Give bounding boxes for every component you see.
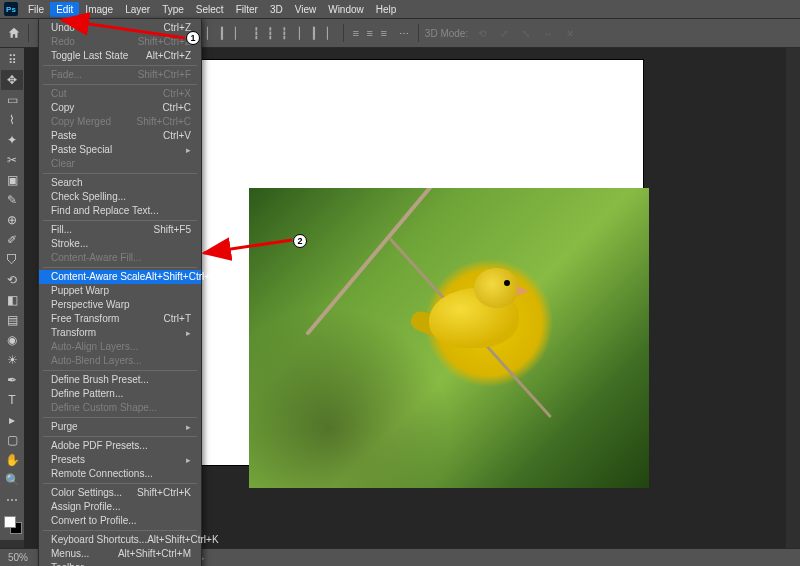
- tool-eyedropper[interactable]: ✎: [1, 190, 23, 210]
- menu-item-auto-blend-layers: Auto-Blend Layers...: [39, 354, 201, 368]
- align-right-group[interactable]: ▏▎▏: [297, 26, 337, 40]
- menu-image[interactable]: Image: [79, 2, 119, 17]
- menu-view[interactable]: View: [289, 2, 323, 17]
- menu-item-paste[interactable]: PasteCtrl+V: [39, 129, 201, 143]
- menu-item-puppet-warp[interactable]: Puppet Warp: [39, 284, 201, 298]
- tool-type[interactable]: T: [1, 390, 23, 410]
- tool-gradient[interactable]: ▤: [1, 310, 23, 330]
- menu-item-purge[interactable]: Purge: [39, 420, 201, 434]
- menu-edit[interactable]: Edit: [50, 2, 79, 17]
- 3d-orbit-icon: ⟲: [474, 25, 490, 41]
- menu-item-presets[interactable]: Presets: [39, 453, 201, 467]
- menu-item-cut: CutCtrl+X: [39, 87, 201, 101]
- tool-move[interactable]: ✥: [1, 70, 23, 90]
- menu-layer[interactable]: Layer: [119, 2, 156, 17]
- menu-item-color-settings[interactable]: Color Settings...Shift+Ctrl+K: [39, 486, 201, 500]
- foreground-swatch[interactable]: [4, 516, 16, 528]
- menu-filter[interactable]: Filter: [230, 2, 264, 17]
- align-left-group[interactable]: ▏▎▏: [205, 26, 245, 40]
- menu-separator: [43, 370, 197, 371]
- menu-item-stroke[interactable]: Stroke...: [39, 237, 201, 251]
- menu-item-define-pattern[interactable]: Define Pattern...: [39, 387, 201, 401]
- menu-item-free-transform[interactable]: Free TransformCtrl+T: [39, 312, 201, 326]
- menu-item-adobe-pdf-presets[interactable]: Adobe PDF Presets...: [39, 439, 201, 453]
- tool-pen[interactable]: ✒: [1, 370, 23, 390]
- 3d-slide-icon: ↔: [540, 25, 556, 41]
- tool-edit-toolbar[interactable]: ⋯: [1, 490, 23, 510]
- separator: [28, 24, 29, 42]
- menu-separator: [43, 483, 197, 484]
- menu-item-paste-special[interactable]: Paste Special: [39, 143, 201, 157]
- distribute-group[interactable]: ≡≡≡: [350, 26, 390, 40]
- menu-item-fade: Fade...Shift+Ctrl+F: [39, 68, 201, 82]
- tool-zoom[interactable]: 🔍: [1, 470, 23, 490]
- menu-item-keyboard-shortcuts[interactable]: Keyboard Shortcuts...Alt+Shift+Ctrl+K: [39, 533, 201, 547]
- menu-window[interactable]: Window: [322, 2, 370, 17]
- tool-marquee[interactable]: ▭: [1, 90, 23, 110]
- menu-item-clear: Clear: [39, 157, 201, 171]
- tool-brush[interactable]: ✐: [1, 230, 23, 250]
- align-center-group[interactable]: ┇┇┇: [251, 26, 291, 40]
- menu-help[interactable]: Help: [370, 2, 403, 17]
- toolbar-grip-icon[interactable]: ⠿: [1, 50, 23, 70]
- menu-separator: [43, 65, 197, 66]
- tool-frame[interactable]: ▣: [1, 170, 23, 190]
- separator: [343, 24, 344, 42]
- tool-path-select[interactable]: ▸: [1, 410, 23, 430]
- menu-item-check-spelling[interactable]: Check Spelling...: [39, 190, 201, 204]
- menu-item-menus[interactable]: Menus...Alt+Shift+Ctrl+M: [39, 547, 201, 561]
- menu-file[interactable]: File: [22, 2, 50, 17]
- tool-dodge[interactable]: ☀: [1, 350, 23, 370]
- menu-item-redo: RedoShift+Ctrl+Z: [39, 35, 201, 49]
- menu-item-undo[interactable]: UndoCtrl+Z: [39, 21, 201, 35]
- annotation-badge-1: 1: [186, 31, 200, 45]
- menu-item-toggle-last-state[interactable]: Toggle Last StateAlt+Ctrl+Z: [39, 49, 201, 63]
- menu-item-define-custom-shape: Define Custom Shape...: [39, 401, 201, 415]
- tool-rectangle[interactable]: ▢: [1, 430, 23, 450]
- menu-item-content-aware-scale[interactable]: Content-Aware ScaleAlt+Shift+Ctrl+C: [39, 270, 201, 284]
- menu-separator: [43, 84, 197, 85]
- menu-item-remote-connections[interactable]: Remote Connections...: [39, 467, 201, 481]
- menu-item-perspective-warp[interactable]: Perspective Warp: [39, 298, 201, 312]
- menu-item-copy-merged: Copy MergedShift+Ctrl+C: [39, 115, 201, 129]
- tool-blur[interactable]: ◉: [1, 330, 23, 350]
- menu-separator: [43, 173, 197, 174]
- toolbar: ⠿ ✥ ▭ ⌇ ✦ ✂ ▣ ✎ ⊕ ✐ ⛉ ⟲ ◧ ▤ ◉ ☀ ✒ T ▸ ▢ …: [0, 48, 24, 540]
- placed-image[interactable]: [249, 188, 649, 488]
- tool-eraser[interactable]: ◧: [1, 290, 23, 310]
- menu-item-define-brush-preset[interactable]: Define Brush Preset...: [39, 373, 201, 387]
- menu-item-auto-align-layers: Auto-Align Layers...: [39, 340, 201, 354]
- menu-item-transform[interactable]: Transform: [39, 326, 201, 340]
- 3d-mode-label: 3D Mode:: [425, 28, 468, 39]
- tool-clone[interactable]: ⛉: [1, 250, 23, 270]
- color-swatches[interactable]: [2, 514, 22, 538]
- menu-item-convert-to-profile[interactable]: Convert to Profile...: [39, 514, 201, 528]
- tool-quick-select[interactable]: ✦: [1, 130, 23, 150]
- menu-type[interactable]: Type: [156, 2, 190, 17]
- home-icon[interactable]: [6, 25, 22, 41]
- menu-item-find-and-replace-text[interactable]: Find and Replace Text...: [39, 204, 201, 218]
- tool-lasso[interactable]: ⌇: [1, 110, 23, 130]
- menu-item-content-aware-fill: Content-Aware Fill...: [39, 251, 201, 265]
- menu-item-assign-profile[interactable]: Assign Profile...: [39, 500, 201, 514]
- tool-hand[interactable]: ✋: [1, 450, 23, 470]
- more-icon[interactable]: ⋯: [396, 25, 412, 41]
- menu-select[interactable]: Select: [190, 2, 230, 17]
- menu-item-search[interactable]: Search: [39, 176, 201, 190]
- tool-history-brush[interactable]: ⟲: [1, 270, 23, 290]
- 3d-roll-icon: ⤢: [496, 25, 512, 41]
- menu-bar: Ps File Edit Image Layer Type Select Fil…: [0, 0, 800, 18]
- tool-crop[interactable]: ✂: [1, 150, 23, 170]
- menu-item-toolbar[interactable]: Toolbar...: [39, 561, 201, 566]
- menu-3d[interactable]: 3D: [264, 2, 289, 17]
- menu-separator: [43, 267, 197, 268]
- 3d-pan-icon: ⤡: [518, 25, 534, 41]
- tool-heal[interactable]: ⊕: [1, 210, 23, 230]
- menu-item-fill[interactable]: Fill...Shift+F5: [39, 223, 201, 237]
- menu-separator: [43, 417, 197, 418]
- separator: [418, 24, 419, 42]
- bird-shape: [419, 258, 539, 378]
- edit-menu-dropdown: UndoCtrl+ZRedoShift+Ctrl+ZToggle Last St…: [38, 18, 202, 566]
- scrollbar-vertical[interactable]: [786, 48, 800, 548]
- menu-item-copy[interactable]: CopyCtrl+C: [39, 101, 201, 115]
